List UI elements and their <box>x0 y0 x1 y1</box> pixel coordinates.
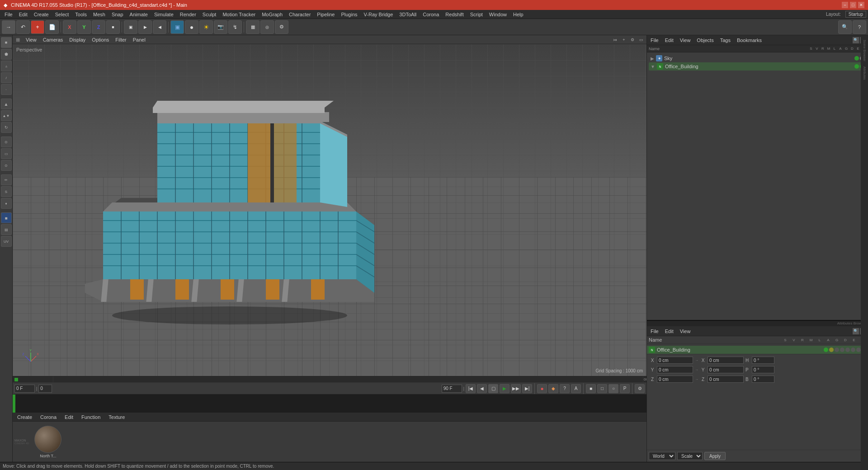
boole-btn[interactable]: ◎ <box>260 20 274 34</box>
poly-mode-btn[interactable]: ▵ <box>1 61 12 71</box>
attr-arrow-y[interactable]: → <box>695 368 698 372</box>
material-tab-create[interactable]: Create <box>14 414 35 420</box>
attr-x-pos-input[interactable] <box>657 357 693 364</box>
menu-animate[interactable]: Animate <box>127 11 151 18</box>
world-dropdown[interactable]: World Object <box>649 452 675 460</box>
mesh-mode-btn[interactable]: ⬟ <box>1 49 12 60</box>
light-btn[interactable]: ☀ <box>199 20 213 34</box>
viewport-menu-panel[interactable]: Panel <box>131 37 147 43</box>
obj-tab-bookmarks[interactable]: Bookmarks <box>735 37 764 43</box>
loop-sel-btn[interactable]: ⊙ <box>1 160 12 171</box>
record-btn[interactable]: ● <box>537 384 547 393</box>
material-ball-1[interactable] <box>34 426 61 453</box>
goto-end-btn[interactable]: ▶| <box>522 384 532 393</box>
attr-tab-file[interactable]: File <box>649 328 660 334</box>
menu-help[interactable]: Help <box>510 11 526 18</box>
apply-button[interactable]: Apply <box>704 452 726 460</box>
attr-arrow-z[interactable]: → <box>695 377 698 381</box>
viewport-menu-display[interactable]: Display <box>67 37 87 43</box>
tl-mode2-btn[interactable]: □ <box>597 384 607 393</box>
render-region-btn[interactable]: ▣ <box>124 20 137 34</box>
material-tab-edit[interactable]: Edit <box>62 414 76 420</box>
object-building-row[interactable]: ▼ N Office_Building <box>649 62 866 70</box>
object-sky-row[interactable]: ▶ ◈ Sky <box>649 54 866 62</box>
obj-mgr-search-btn[interactable]: 🔍 <box>853 37 859 43</box>
menu-mesh[interactable]: Mesh <box>90 11 108 18</box>
attr-object-row[interactable]: N Office_Building <box>647 346 868 354</box>
material-btn[interactable]: ■ <box>1 212 12 223</box>
tl-mode4-btn[interactable]: P <box>620 384 630 393</box>
frame-input-2[interactable] <box>38 385 52 393</box>
viewport-menu-filter[interactable]: Filter <box>113 37 128 43</box>
menu-pipeline[interactable]: Pipeline <box>314 11 337 18</box>
layout-dropdown[interactable]: Startup <box>845 11 866 18</box>
sphere-btn[interactable]: ● <box>185 20 198 34</box>
point-mode-btn[interactable]: ⋅ <box>1 84 12 95</box>
menu-snap[interactable]: Snap <box>109 11 126 18</box>
viewport-menu-cameras[interactable]: Cameras <box>41 37 65 43</box>
menu-render[interactable]: Render <box>177 11 199 18</box>
menu-tools[interactable]: Tools <box>72 11 90 18</box>
attr-p-input[interactable] <box>752 366 774 373</box>
render-active-btn[interactable]: ▶ <box>138 20 152 34</box>
maximize-button[interactable]: □ <box>850 2 856 8</box>
viewport-icon-1[interactable]: ↦ <box>612 36 619 43</box>
menu-select[interactable]: Select <box>52 11 72 18</box>
search-btn[interactable]: 🔍 <box>838 20 852 34</box>
minimize-button[interactable]: − <box>842 2 848 8</box>
material-tab-corona[interactable]: Corona <box>38 414 59 420</box>
y-axis-btn[interactable]: Y <box>77 20 91 34</box>
instance-btn[interactable]: ▦ <box>246 20 259 34</box>
play-fast-btn[interactable]: ▶▶ <box>511 384 521 393</box>
attr-icon-1[interactable]: 🔍 <box>853 328 859 334</box>
attr-tab-view[interactable]: View <box>678 328 693 334</box>
attr-arrow-x[interactable]: → <box>695 358 698 362</box>
material-item-1[interactable]: North T... <box>34 426 61 458</box>
attr-h-input[interactable] <box>752 357 774 364</box>
z-axis-btn[interactable]: Z <box>92 20 105 34</box>
menu-edit[interactable]: Edit <box>16 11 30 18</box>
menu-script[interactable]: Script <box>467 11 486 18</box>
menu-create[interactable]: Create <box>31 11 52 18</box>
redo-btn[interactable]: + <box>31 20 44 34</box>
scene-browser-tab[interactable]: Scene Browser <box>863 38 867 63</box>
menu-corona[interactable]: Corona <box>420 11 442 18</box>
sculpt-tool-btn[interactable]: ♦ <box>1 198 12 209</box>
material-tab-texture[interactable]: Texture <box>106 414 127 420</box>
attr-z-pos-input[interactable] <box>657 376 693 383</box>
menu-character[interactable]: Character <box>286 11 313 18</box>
help-btn[interactable]: ? <box>853 20 866 34</box>
stop-btn[interactable]: ▢ <box>488 384 498 393</box>
viewport-menu-options[interactable]: Options <box>90 37 111 43</box>
goto-start-btn[interactable]: |◀ <box>466 384 476 393</box>
transform-btn[interactable]: ■ <box>106 20 120 34</box>
viewport-icon-2[interactable]: + <box>620 36 627 43</box>
settings-btn[interactable]: ⚙ <box>275 20 288 34</box>
tl-mode1-btn[interactable]: ■ <box>586 384 596 393</box>
tl-mode3-btn[interactable]: ○ <box>609 384 618 393</box>
menu-redshift[interactable]: Redshift <box>443 11 466 18</box>
move-tool-btn[interactable]: ▲ <box>1 99 12 109</box>
close-button[interactable]: ✕ <box>858 2 864 8</box>
play-fwd-btn[interactable]: ▶ <box>500 384 509 393</box>
menu-window[interactable]: Window <box>486 11 509 18</box>
texture-btn[interactable]: ▤ <box>1 224 12 235</box>
cube-btn[interactable]: ▣ <box>170 20 184 34</box>
live-sel-btn[interactable]: ⊙ <box>1 136 12 147</box>
menu-3dtoall[interactable]: 3DToAll <box>396 11 419 18</box>
menu-file[interactable]: File <box>2 11 15 18</box>
tl-settings-btn[interactable]: ⚙ <box>635 384 645 393</box>
uv-btn[interactable]: UV <box>1 236 12 247</box>
x-axis-btn[interactable]: X <box>63 20 76 34</box>
end-frame-input[interactable] <box>442 385 462 393</box>
scale-tool-btn[interactable]: ▲▼ <box>1 110 12 121</box>
undo-btn[interactable]: ↶ <box>16 20 30 34</box>
render-to-po-btn[interactable]: ◀ <box>153 20 166 34</box>
obj-tab-view[interactable]: View <box>678 37 693 43</box>
tl-help-btn[interactable]: ? <box>560 384 570 393</box>
viewport-menu-view[interactable]: View <box>24 37 38 43</box>
key-btn[interactable]: ◆ <box>548 384 558 393</box>
spline-smooth-btn[interactable]: S <box>1 186 12 197</box>
obj-tab-file[interactable]: File <box>649 37 660 43</box>
viewport-3d[interactable]: Perspective Grid Spacing : 1000 cm <box>13 44 646 376</box>
